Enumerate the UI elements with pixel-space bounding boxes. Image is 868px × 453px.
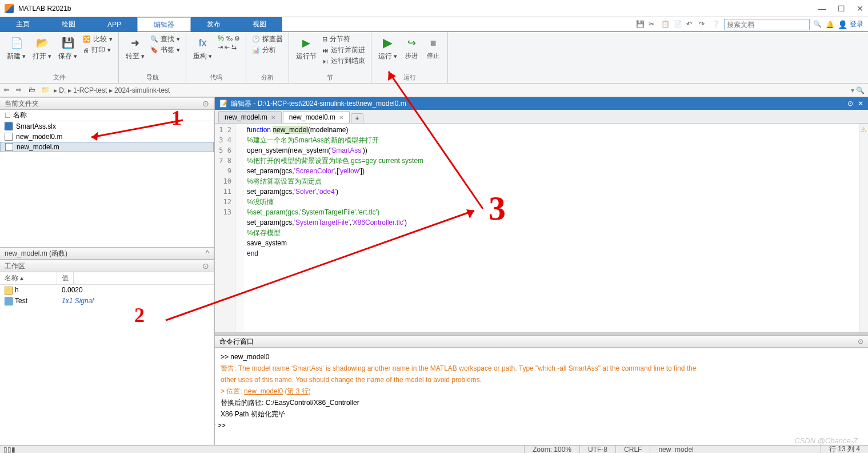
- tab-publish[interactable]: 发布: [191, 17, 237, 31]
- col-name[interactable]: 名称: [13, 110, 27, 120]
- editor-tabs: new_model.m✕ new_model0.m✕ +: [215, 110, 868, 124]
- run-section-button[interactable]: ▶运行节: [295, 34, 318, 62]
- up-icon[interactable]: 🗁: [29, 86, 38, 95]
- close-button[interactable]: ✕: [857, 4, 863, 13]
- find-button[interactable]: 🔍 查找 ▾: [150, 34, 180, 44]
- compare-button[interactable]: 🔀 比较 ▾: [83, 34, 113, 44]
- panel-menu-icon[interactable]: ⊙: [202, 99, 209, 108]
- group-file-label: 文件: [53, 73, 66, 82]
- tab-plot[interactable]: 绘图: [46, 17, 91, 31]
- m-icon: [5, 143, 13, 151]
- editor-menu-icon[interactable]: ⊙: [847, 100, 853, 108]
- tab-editor[interactable]: 编辑器: [137, 17, 191, 31]
- run-advance-button[interactable]: ⏭ 运行并前进: [322, 45, 365, 55]
- cmd-window-header: 命令行窗口⊙: [215, 335, 868, 348]
- dropdown-icon[interactable]: ❔: [711, 20, 721, 29]
- minimize-button[interactable]: —: [818, 4, 826, 13]
- editor-title-bar: 📝 编辑器 - D:\1-RCP-test\2024-simulink-test…: [215, 97, 868, 110]
- split-button[interactable]: ⊟ 分节符: [322, 34, 365, 44]
- collapse-icon[interactable]: ^: [205, 249, 209, 258]
- step-button[interactable]: ↪步进: [403, 34, 420, 61]
- main-area: 当前文件夹 ⊙ ☐名称 SmartAss.slx new_model0.m ne…: [0, 97, 868, 445]
- refactor-button[interactable]: fx重构 ▾: [192, 34, 213, 62]
- status-bar: ▯▯▮ Zoom: 100% UTF-8 CRLF new_model 行 13…: [0, 445, 868, 453]
- status-fn: new_model: [650, 446, 753, 454]
- file-details-header: new_model.m (函数)^: [0, 247, 214, 260]
- file-smartass[interactable]: SmartAss.slx: [0, 121, 214, 132]
- slx-icon: [5, 122, 13, 130]
- goto-button[interactable]: ➜转至 ▾: [125, 34, 146, 62]
- code-editor[interactable]: 1 2 3 4 5 6 7 8 9 10 11 12 13 function n…: [215, 124, 868, 332]
- command-window[interactable]: >> new_model0 警告: The model name 'SmartA…: [215, 348, 868, 445]
- ws-col-value[interactable]: 值: [57, 272, 74, 284]
- fold-gutter[interactable]: [235, 124, 243, 332]
- search-icon[interactable]: 🔍: [813, 20, 822, 29]
- group-analyze-label: 分析: [261, 73, 274, 82]
- message-strip[interactable]: ⚠: [859, 124, 868, 332]
- add-tab-button[interactable]: +: [351, 113, 363, 124]
- cut-icon[interactable]: ✂: [649, 20, 658, 29]
- indent-button[interactable]: ⇥ ⇤ ⇆: [218, 43, 240, 51]
- print-button[interactable]: 🖨 打印 ▾: [83, 45, 113, 55]
- group-run-label: 运行: [403, 73, 416, 82]
- east-panels: 📝 编辑器 - D:\1-RCP-test\2024-simulink-test…: [215, 97, 868, 445]
- redo-icon[interactable]: ↷: [699, 20, 708, 29]
- copy-icon[interactable]: 📋: [661, 20, 670, 29]
- percent-button[interactable]: % ‰ ⚙: [218, 34, 240, 42]
- error-loc-link[interactable]: new_model0: [244, 387, 283, 395]
- ribbon-tabs: 主页 绘图 APP 编辑器 发布 视图 💾 ✂ 📋 📄 ↶ ↷ ❔ 🔍 🔔 👤登…: [0, 17, 868, 32]
- run-button[interactable]: ▶运行 ▾: [377, 34, 398, 62]
- address-bar: ⇦ ⇨ 🗁 📁 ▸ D: ▸ 1-RCP-test ▸ 2024-simulin…: [0, 84, 868, 97]
- tab-close-icon[interactable]: ✕: [271, 114, 275, 121]
- app-title: MATLAB R2021b: [18, 5, 71, 13]
- line-gutter: 1 2 3 4 5 6 7 8 9 10 11 12 13: [215, 124, 235, 332]
- filetab-newmodel[interactable]: new_model.m✕: [218, 111, 282, 123]
- analyze-button[interactable]: 📊 分析: [252, 45, 283, 55]
- stop-button[interactable]: ■停止: [425, 34, 442, 61]
- tab-view[interactable]: 视图: [237, 17, 282, 31]
- save-icon[interactable]: 💾: [636, 20, 645, 29]
- code-area[interactable]: function new_model(modelname) %建立一个名为Sma…: [243, 124, 859, 332]
- open-button[interactable]: 📂打开 ▾: [31, 34, 53, 62]
- save-button[interactable]: 💾保存 ▾: [57, 34, 78, 62]
- ws-col-name[interactable]: 名称 ▴: [0, 272, 57, 284]
- run-end-button[interactable]: ⏯ 运行到结束: [322, 56, 365, 66]
- back-icon[interactable]: ⇦: [3, 86, 13, 95]
- status-encoding[interactable]: UTF-8: [579, 446, 615, 454]
- folder-icon[interactable]: 📁: [41, 86, 50, 95]
- file-newmodel[interactable]: new_model.m: [0, 142, 214, 152]
- breadcrumb[interactable]: ▸ D: ▸ 1-RCP-test ▸ 2024-simulink-test: [54, 86, 170, 94]
- ws-var-test[interactable]: Test1x1 Signal: [0, 296, 214, 307]
- search-docs-input[interactable]: [724, 19, 810, 30]
- paste-icon[interactable]: 📄: [674, 20, 683, 29]
- maximize-button[interactable]: ☐: [838, 4, 845, 13]
- explorer-button[interactable]: 🕐 探查器: [252, 34, 283, 44]
- search-path-icon[interactable]: ▾ 🔍: [851, 86, 865, 94]
- ws-var-h[interactable]: h0.0020: [0, 285, 214, 296]
- tab-home[interactable]: 主页: [0, 17, 46, 31]
- editor-title: 编辑器 - D:\1-RCP-test\2024-simulink-test\n…: [231, 99, 406, 109]
- tab-close-icon[interactable]: ✕: [339, 114, 343, 121]
- toolstrip: 📄新建 ▾ 📂打开 ▾ 💾保存 ▾ 🔀 比较 ▾ 🖨 打印 ▾ 文件 ➜转至 ▾…: [0, 32, 868, 84]
- bell-icon[interactable]: 🔔: [826, 21, 834, 29]
- matlab-logo-icon: [5, 4, 14, 13]
- status-pos: 行 13 列 4: [821, 444, 868, 453]
- signal-icon: [5, 297, 13, 305]
- bookmark-button[interactable]: 🔖 书签 ▾: [150, 45, 180, 55]
- workspace-panel[interactable]: 名称 ▴ 值 h0.0020 Test1x1 Signal: [0, 272, 214, 445]
- panel-menu-icon[interactable]: ⊙: [202, 261, 209, 271]
- undo-icon[interactable]: ↶: [686, 20, 695, 29]
- editor-close-icon[interactable]: ✕: [858, 100, 863, 108]
- status-zoom[interactable]: Zoom: 100%: [524, 446, 579, 454]
- tab-app[interactable]: APP: [91, 17, 137, 31]
- panel-menu-icon[interactable]: ⊙: [858, 337, 863, 345]
- login-link[interactable]: 👤登录: [838, 19, 863, 29]
- file-newmodel0[interactable]: new_model0.m: [0, 132, 214, 142]
- warning-icon[interactable]: ⚠: [861, 126, 867, 134]
- new-button[interactable]: 📄新建 ▾: [6, 34, 27, 62]
- file-browser[interactable]: ☐名称 SmartAss.slx new_model0.m new_model.…: [0, 110, 214, 247]
- fwd-icon[interactable]: ⇨: [16, 86, 25, 95]
- group-section-label: 节: [327, 73, 333, 82]
- filetab-newmodel0[interactable]: new_model0.m✕: [283, 111, 350, 123]
- status-eol[interactable]: CRLF: [615, 446, 650, 454]
